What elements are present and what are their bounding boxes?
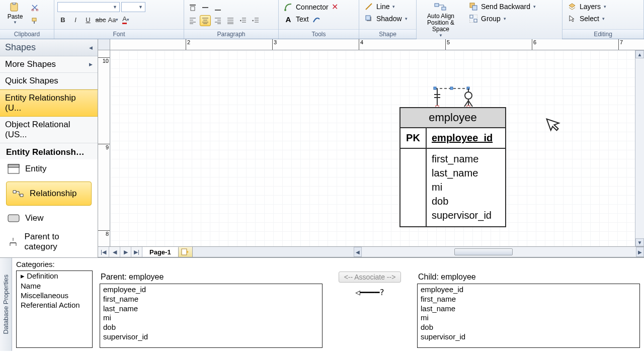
list-item[interactable]: supervisor_id	[421, 332, 636, 342]
scroll-thumb[interactable]	[454, 248, 513, 255]
connector-icon	[284, 3, 293, 12]
entity-icon	[7, 163, 20, 174]
group-button[interactable]: Group▾	[467, 13, 538, 24]
scroll-down-icon[interactable]: ▼	[635, 238, 644, 246]
increase-indent-button[interactable]	[250, 15, 261, 26]
align-right-button[interactable]	[212, 15, 223, 26]
vertical-scrollbar[interactable]: ▲ ▼	[635, 50, 644, 246]
category-item[interactable]: Name	[17, 281, 92, 291]
bold-button[interactable]: B	[57, 14, 68, 25]
more-shapes-link[interactable]: More Shapes ▶	[0, 56, 98, 73]
font-family-combo[interactable]: ▼	[57, 2, 120, 12]
entity-attr: last_name	[432, 166, 500, 180]
stencil-item-relationship[interactable]: Relationship	[6, 182, 92, 206]
parent-field-list[interactable]: employee_id first_name last_name mi dob …	[100, 284, 323, 348]
entity-attr: dob	[432, 194, 500, 208]
auto-align-button[interactable]: Auto Align Position & Space ▼	[420, 1, 462, 39]
stencil-item-category[interactable]: Category	[0, 256, 98, 257]
layers-button[interactable]: Layers▾	[566, 1, 608, 12]
tab-prev-button[interactable]: ◀	[109, 247, 120, 257]
font-size-combo[interactable]: ▼	[121, 2, 145, 12]
connector-tool-button[interactable]: Connector ✕	[282, 1, 340, 13]
ink-icon[interactable]	[312, 15, 321, 24]
svg-rect-17	[474, 19, 477, 22]
ribbon-group-tools: Connector ✕ A Text Tools	[279, 0, 359, 39]
line-button[interactable]: Line▾	[362, 1, 397, 12]
entity-title: employee	[400, 108, 505, 128]
paste-icon	[7, 2, 23, 12]
select-button[interactable]: Select▾	[566, 13, 607, 24]
list-item[interactable]: dob	[103, 323, 319, 332]
align-top-button[interactable]	[187, 2, 198, 13]
align-middle-button[interactable]	[200, 2, 211, 13]
stencil-link-erd[interactable]: Entity Relationship (U...	[0, 89, 98, 117]
scroll-up-icon[interactable]: ▲	[635, 50, 644, 58]
list-item[interactable]: mi	[103, 313, 319, 323]
align-center-button[interactable]	[200, 15, 211, 26]
associate-button[interactable]: <-- Associate -->	[339, 272, 401, 283]
list-item[interactable]: first_name	[421, 295, 636, 304]
shadow-button[interactable]: Shadow▾	[362, 13, 410, 24]
decrease-indent-button[interactable]	[237, 15, 249, 26]
dbp-side-tab[interactable]: Database Properties	[0, 258, 12, 351]
format-painter-button[interactable]	[29, 15, 40, 26]
shapes-panel-header[interactable]: Shapes ◀	[0, 39, 98, 56]
entity-table-employee[interactable]: employee PK employee_id first_name last_…	[399, 107, 506, 227]
justify-button[interactable]	[225, 15, 236, 26]
more-shapes-label: More Shapes	[5, 59, 56, 69]
svg-point-9	[284, 9, 286, 11]
chevron-down-icon: ▼	[13, 20, 17, 25]
close-icon[interactable]: ✕	[332, 2, 338, 12]
tab-last-button[interactable]: ▶|	[131, 247, 142, 257]
list-item[interactable]: last_name	[103, 304, 319, 314]
page-tab[interactable]: Page-1	[142, 247, 179, 257]
layers-label: Layers	[580, 3, 601, 11]
tab-next-button[interactable]: ▶	[120, 247, 131, 257]
category-item[interactable]: Miscellaneous	[17, 291, 92, 300]
cut-button[interactable]	[29, 2, 40, 13]
child-field-list[interactable]: employee_id first_name last_name mi dob …	[417, 284, 640, 348]
category-item[interactable]: Definition	[17, 271, 92, 281]
stencil-link-quick[interactable]: Quick Shapes	[0, 73, 98, 89]
list-item[interactable]: mi	[421, 313, 636, 323]
list-item[interactable]: supervisor_id	[103, 332, 319, 342]
change-case-button[interactable]: Aa▾	[108, 14, 119, 25]
font-color-button[interactable]: A▾	[120, 14, 131, 25]
list-item[interactable]: employee_id	[103, 285, 319, 295]
relationship-arrow-icon: ◁━━━━?	[355, 288, 384, 297]
scroll-right-icon[interactable]: ▶	[636, 247, 644, 257]
svg-rect-7	[202, 7, 208, 8]
entity-pk-field: employee_id	[427, 128, 505, 148]
categories-list[interactable]: Definition Name Miscellaneous Referentia…	[16, 270, 93, 348]
list-item[interactable]: dob	[421, 323, 636, 332]
parent-label: Parent: employee	[100, 270, 323, 284]
shadow-label: Shadow	[376, 15, 402, 23]
stencil-item-view[interactable]: View	[0, 209, 98, 228]
chevron-left-icon: ◀	[89, 45, 93, 50]
list-item[interactable]: first_name	[103, 295, 319, 304]
strikethrough-button[interactable]: abc	[95, 14, 106, 25]
list-item[interactable]: employee_id	[421, 285, 636, 295]
insert-page-button[interactable]	[179, 247, 193, 257]
svg-rect-24	[434, 87, 436, 89]
horizontal-scrollbar[interactable]: ◀ ▶	[354, 247, 644, 257]
list-item[interactable]: last_name	[421, 304, 636, 314]
tab-first-button[interactable]: |◀	[98, 247, 109, 257]
send-backward-button[interactable]: Send Backward▾	[467, 1, 538, 12]
paste-button[interactable]: Paste ▼	[3, 1, 27, 26]
text-tool-button[interactable]: A Text	[282, 14, 323, 25]
stencil-item-parent-category[interactable]: Parent to category	[0, 228, 98, 256]
svg-rect-5	[190, 5, 196, 6]
italic-button[interactable]: I	[70, 14, 81, 25]
align-bottom-button[interactable]	[212, 2, 223, 13]
stencil-link-orm[interactable]: Object Relational (US...	[0, 117, 98, 143]
relationship-connector-shape[interactable]	[432, 84, 477, 107]
align-left-button[interactable]	[187, 15, 198, 26]
underline-button[interactable]: U	[83, 14, 94, 25]
ribbon-group-shape: Line▾ Shadow▾ Shape	[359, 0, 417, 39]
stencil-item-entity[interactable]: Entity	[0, 159, 98, 178]
category-item[interactable]: Referential Action	[17, 300, 92, 310]
shadow-icon	[364, 14, 373, 23]
drawing-canvas[interactable]: employee PK employee_id first_name last_…	[110, 50, 635, 246]
scroll-left-icon[interactable]: ◀	[354, 247, 362, 257]
